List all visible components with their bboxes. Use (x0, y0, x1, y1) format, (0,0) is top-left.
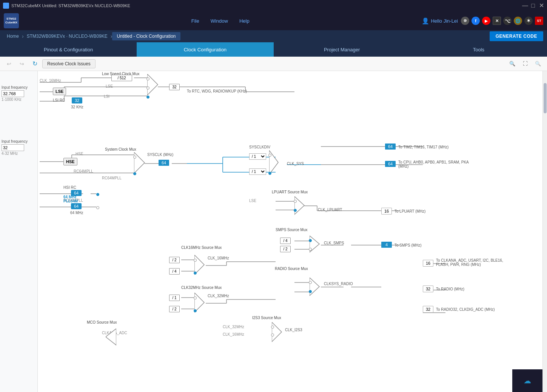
clk16mhz-signal: CLK_16MHz (40, 79, 61, 83)
lse-signal-label: LSE (106, 84, 113, 88)
tab-bar: Pinout & Configuration Clock Configurati… (0, 42, 547, 57)
svg-marker-70 (106, 329, 116, 345)
sysclkdiv-sel1[interactable]: / 1/ 2/ 4 (249, 153, 266, 160)
vertical-scrollbar[interactable] (542, 71, 547, 392)
clk16-div2: / 2 (169, 257, 180, 263)
clk16-mux-label: CLK16MHz Source Mux (181, 245, 222, 250)
menu-items: File Window Help (26, 18, 414, 24)
fit-view-button[interactable]: ⛶ (520, 59, 530, 69)
window-menu[interactable]: Window (211, 18, 228, 24)
lpuart-radio-2[interactable] (294, 209, 297, 212)
file-menu[interactable]: File (191, 18, 199, 24)
sys-radio-1[interactable] (133, 156, 136, 159)
clk32-div2: / 2 (169, 306, 180, 312)
hsi-radio-2[interactable] (96, 206, 99, 209)
tab-project[interactable]: Project Manager (274, 42, 410, 57)
user-greeting: 👤 Hello Jin-Lei (422, 17, 458, 25)
st-icon[interactable]: ST (535, 17, 543, 25)
lsi-signal-label: LSI (104, 94, 109, 99)
help-menu[interactable]: Help (239, 18, 250, 24)
radio-mux-radio-1[interactable] (309, 281, 312, 284)
app-icon (3, 3, 9, 9)
lpuart-radio-1[interactable] (294, 200, 297, 203)
clk32mhz-sig-label: CLK_32MHz (208, 294, 229, 298)
input-freq-1-input[interactable] (2, 90, 24, 97)
input-freq-2-input[interactable] (2, 144, 24, 151)
sysclkdiv-radio-1[interactable] (268, 154, 271, 157)
i2s3-clk16-label: CLK_16MHz (223, 332, 244, 336)
menu-right: 👤 Hello Jin-Lei ⑩ f ▶ ✕ ⌥ 🌐 ✶ ST (422, 17, 543, 25)
social-icons: ⑩ f ▶ ✕ ⌥ 🌐 ✶ ST (461, 17, 543, 25)
clk16-radio-2[interactable] (194, 272, 197, 275)
zoom-in-button[interactable]: 🔍 (507, 59, 518, 69)
resolve-clock-button[interactable]: Resolve Clock Issues (42, 59, 96, 68)
facebook-icon[interactable]: f (471, 17, 480, 25)
clk16-radio-1[interactable] (194, 259, 197, 262)
smps-radio-2[interactable] (309, 248, 312, 251)
hsi-radio-active[interactable] (96, 193, 99, 196)
sysclk-label: SYSCLK (MHz) (147, 153, 173, 157)
lpuart-out-box: 16 (381, 208, 392, 215)
tab-pinout[interactable]: Pinout & Configuration (0, 42, 137, 57)
radio-out-label: To RADIO (MHz) (436, 287, 464, 291)
tab-clock[interactable]: Clock Configuration (137, 42, 273, 57)
cpu-out-box[interactable]: 64 (385, 161, 396, 167)
hsirc-label: HSI RC (63, 185, 76, 190)
i2s3-radio-1[interactable] (271, 326, 274, 329)
x-twitter-icon[interactable]: ✕ (493, 17, 501, 25)
lpuart-out-label: To LPUART (MHz) (394, 209, 425, 213)
pll64m-label: 64 MHzPLL64M (63, 195, 78, 203)
smps-out-box[interactable]: 4 (381, 242, 392, 248)
sysclkdiv-sel2[interactable]: / 1/ 2/ 4 (249, 168, 266, 175)
radio-mux-radio-2[interactable] (309, 290, 312, 293)
undo-button[interactable]: ↩ (4, 59, 14, 69)
close-button[interactable]: ✕ (539, 3, 544, 8)
smps-div4: / 4 (280, 238, 291, 244)
breadcrumb-device[interactable]: STM32WB09KEVx · NUCLEO-WB09KE (24, 34, 111, 39)
smps-radio-1[interactable] (309, 239, 312, 242)
redo-button[interactable]: ↪ (17, 59, 27, 69)
zoom-out-button[interactable]: 🔍 (533, 59, 543, 69)
hse-osc-box: HSE (63, 158, 77, 165)
refresh-button[interactable]: ↻ (29, 59, 40, 69)
clk16mhz-sig-label: CLK_16MHz (208, 256, 229, 260)
tab-tools[interactable]: Tools (410, 42, 547, 57)
window-title: STM32CubeMX Untitled: STM32WB09KEVx NUCL… (11, 3, 520, 8)
tim2-out-box[interactable]: 64 (385, 144, 396, 150)
window-controls[interactable]: — □ ✕ (522, 3, 544, 8)
breadcrumb-bar: Home › STM32WB09KEVx · NUCLEO-WB09KE › U… (0, 30, 547, 42)
maximize-button[interactable]: □ (530, 3, 536, 8)
clkana-out-box: 16 (423, 260, 433, 267)
logo-area: STM32CubeMX (4, 13, 19, 28)
title-bar: STM32CubeMX Untitled: STM32WB09KEVx NUCL… (0, 0, 547, 11)
lsi-value-box[interactable]: 32 (72, 97, 82, 103)
clk32-radio-2[interactable] (194, 309, 197, 312)
clock-canvas[interactable]: Low Speed Clock Mux CLK_16MHz / 512 LSE … (38, 71, 542, 392)
youtube-icon[interactable]: ▶ (482, 17, 490, 25)
smps-mux-label: SMPS Source Mux (276, 228, 307, 232)
sysclk-val-box[interactable]: 64 (159, 160, 169, 166)
svg-marker-71 (272, 322, 282, 342)
i2s3-radio-2[interactable] (271, 333, 274, 336)
clk-smps-label: CLK_SMPS (324, 241, 344, 245)
lsm-radio-2[interactable] (146, 86, 149, 90)
star-icon[interactable]: ✶ (524, 17, 533, 25)
sys-radio-2[interactable] (133, 172, 136, 175)
generate-code-button[interactable]: GENERATE CODE (490, 31, 543, 41)
breadcrumb-home[interactable]: Home (4, 34, 22, 39)
lsm-radio-1[interactable] (146, 77, 149, 80)
hsi-val2-box[interactable]: 64 (71, 203, 82, 209)
smps-div2: / 2 (280, 246, 291, 252)
minimize-button[interactable]: — (522, 3, 527, 8)
website-icon[interactable]: 🌐 (514, 17, 522, 25)
smps-mux-triangle (310, 236, 320, 254)
github-icon[interactable]: ⌥ (503, 17, 512, 25)
input-freq-2-range: 4-32 MHz (2, 151, 36, 156)
hsi-unit: 64 MHz (70, 211, 83, 215)
clk32-radio-1[interactable] (194, 296, 197, 299)
version-icon: ⑩ (461, 17, 469, 25)
sysclkdiv-label: SYSCLKDIV (249, 145, 270, 149)
lsm-radio-3[interactable] (146, 96, 149, 99)
sysclkdiv-radio-2[interactable] (268, 172, 271, 175)
scrollbar-thumb[interactable] (544, 83, 547, 113)
